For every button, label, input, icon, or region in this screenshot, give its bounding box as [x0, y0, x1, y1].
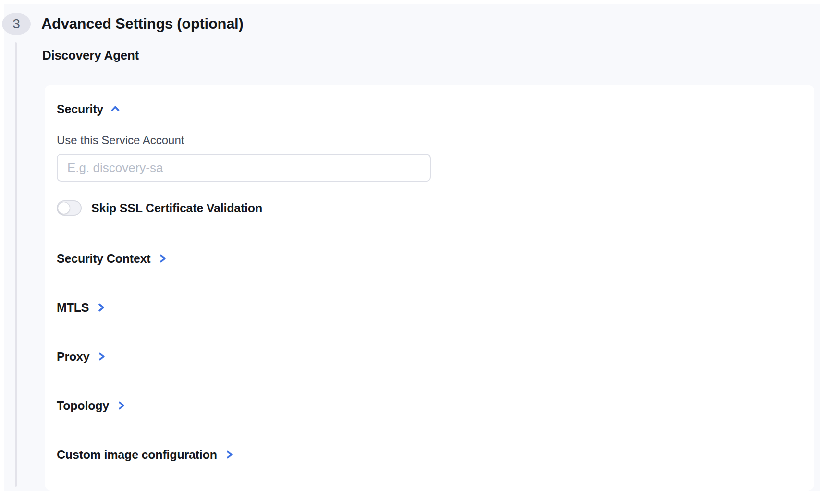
service-account-label: Use this Service Account: [57, 133, 800, 148]
section-label: Proxy: [57, 349, 89, 364]
security-section-label: Security: [57, 101, 103, 117]
section-label: MTLS: [57, 300, 89, 315]
section-label: Custom image configuration: [57, 447, 217, 462]
page-title: Advanced Settings (optional): [41, 13, 243, 35]
ssl-toggle-row: Skip SSL Certificate Validation: [57, 200, 800, 216]
section-label: Security Context: [57, 251, 150, 266]
chevron-right-icon: [116, 400, 127, 411]
step-number: 3: [12, 16, 20, 32]
section-mtls[interactable]: MTLS: [57, 283, 800, 332]
section-proxy[interactable]: Proxy: [57, 332, 800, 381]
skip-ssl-toggle-label: Skip SSL Certificate Validation: [91, 200, 262, 216]
section-security-context[interactable]: Security Context: [57, 234, 800, 283]
step-connector-line: [15, 42, 17, 487]
page-title-text: Advanced Settings (optional): [41, 15, 243, 33]
step-number-badge: 3: [2, 13, 31, 35]
chevron-right-icon: [158, 253, 168, 264]
service-account-input[interactable]: [57, 154, 431, 182]
chevron-right-icon: [224, 449, 235, 460]
chevron-right-icon: [96, 302, 107, 313]
security-section-toggle[interactable]: Security: [57, 102, 800, 116]
discovery-agent-heading: Discovery Agent: [42, 48, 139, 63]
section-custom-image-configuration[interactable]: Custom image configuration: [57, 430, 800, 479]
section-label: Topology: [57, 398, 109, 413]
advanced-settings-card: Security Use this Service Account Skip S…: [45, 85, 814, 491]
chevron-right-icon: [97, 351, 107, 362]
chevron-up-icon: [110, 103, 121, 115]
section-topology[interactable]: Topology: [57, 381, 800, 430]
toggle-knob: [58, 202, 70, 214]
skip-ssl-toggle[interactable]: [57, 200, 82, 216]
